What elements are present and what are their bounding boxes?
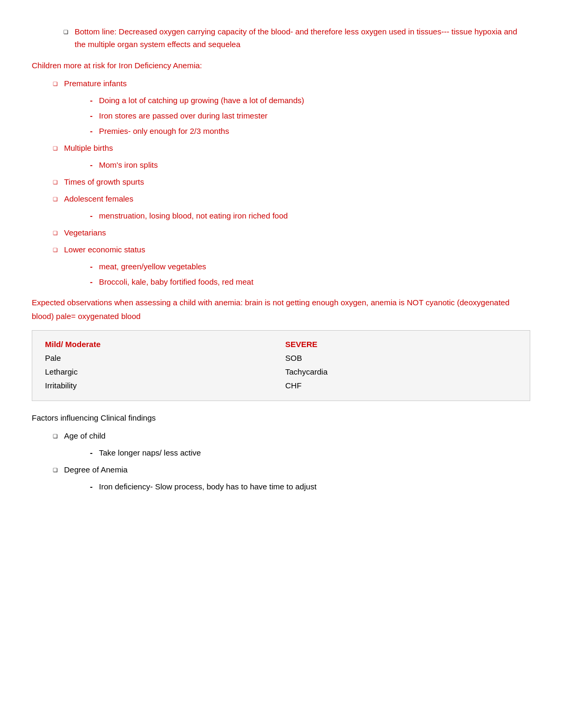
dash-icon: - (90, 110, 93, 122)
bullet-icon: ❑ (53, 80, 58, 88)
severe-items: SOBTachycardiaCHF (285, 352, 517, 392)
factors-list: ❑Age of child-Take longer naps/ less act… (32, 430, 530, 493)
dash-icon: - (90, 276, 93, 288)
risk-list: ❑Premature infants-Doing a lot of catchi… (32, 77, 530, 288)
risk-label: Premature infants (64, 77, 126, 90)
factors-heading: Factors influencing Clinical findings (32, 412, 530, 424)
top-bullet-icon: ❑ (64, 28, 68, 37)
factor-item: ❑Degree of Anemia (53, 463, 530, 476)
dash-icon: - (90, 94, 93, 107)
dash-icon: - (90, 260, 93, 273)
bullet-icon: ❑ (53, 466, 58, 475)
risk-sub-text: Iron stores are passed over during last … (99, 110, 267, 122)
bullet-icon: ❑ (53, 144, 58, 153)
risk-label: Lower economic status (64, 243, 145, 256)
bullet-icon: ❑ (53, 195, 58, 204)
risk-item: ❑Lower economic status (53, 243, 530, 256)
risk-item: ❑Vegetarians (53, 226, 530, 239)
risk-label: Vegetarians (64, 226, 106, 239)
top-bullet-item: ❑ Bottom line: Decreased oxygen carrying… (64, 25, 530, 51)
table-cell: Pale (45, 352, 277, 365)
dash-icon: - (90, 480, 93, 493)
dash-icon: - (90, 159, 93, 171)
factor-item: ❑Age of child (53, 430, 530, 442)
children-heading: Children more at risk for Iron Deficienc… (32, 59, 530, 72)
risk-item: ❑Adolescent females (53, 193, 530, 205)
risk-item: ❑Premature infants (53, 77, 530, 90)
factor-sub-text: Take longer naps/ less active (99, 447, 201, 459)
expected-obs-text: Expected observations when assessing a c… (32, 296, 530, 323)
factor-sub-item: -Iron deficiency- Slow process, body has… (90, 480, 530, 493)
mild-moderate-col: Mild/ Moderate PaleLethargicIrritability (41, 336, 281, 395)
dash-icon: - (90, 210, 93, 222)
risk-sub-item: -meat, green/yellow vegetables (90, 260, 530, 273)
risk-sub-text: Doing a lot of catching up growing (have… (99, 94, 304, 107)
comparison-table: Mild/ Moderate PaleLethargicIrritability… (32, 330, 530, 401)
bullet-icon: ❑ (53, 178, 58, 187)
risk-label: Multiple births (64, 142, 113, 154)
factor-label: Degree of Anemia (64, 463, 128, 476)
factor-sub-text: Iron deficiency- Slow process, body has … (99, 480, 316, 493)
risk-label: Adolescent females (64, 193, 133, 205)
risk-sub-item: -menstruation, losing blood, not eating … (90, 210, 530, 222)
risk-sub-item: -Doing a lot of catching up growing (hav… (90, 94, 530, 107)
risk-sub-item: -Iron stores are passed over during last… (90, 110, 530, 122)
bullet-icon: ❑ (53, 246, 58, 254)
top-bullet-text: Bottom line: Decreased oxygen carrying c… (75, 25, 530, 51)
table-cell: Lethargic (45, 366, 277, 378)
table-cell: Tachycardia (285, 366, 517, 378)
risk-sub-text: menstruation, losing blood, not eating i… (99, 210, 288, 222)
risk-item: ❑Multiple births (53, 142, 530, 154)
bullet-icon: ❑ (53, 432, 58, 441)
table-cell: SOB (285, 352, 517, 365)
mild-moderate-items: PaleLethargicIrritability (45, 352, 277, 392)
risk-sub-text: Premies- only enough for 2/3 months (99, 125, 229, 138)
dash-icon: - (90, 447, 93, 459)
table-cell: Irritability (45, 379, 277, 392)
risk-sub-item: -Broccoli, kale, baby fortified foods, r… (90, 276, 530, 288)
risk-sub-item: -Mom's iron splits (90, 159, 530, 171)
dash-icon: - (90, 125, 93, 138)
mild-moderate-header: Mild/ Moderate (45, 338, 277, 351)
risk-sub-text: Broccoli, kale, baby fortified foods, re… (99, 276, 253, 288)
bullet-icon: ❑ (53, 229, 58, 238)
risk-sub-item: -Premies- only enough for 2/3 months (90, 125, 530, 138)
risk-item: ❑Times of growth spurts (53, 176, 530, 188)
table-cell: CHF (285, 379, 517, 392)
severe-col: SEVERE SOBTachycardiaCHF (281, 336, 521, 395)
risk-label: Times of growth spurts (64, 176, 144, 188)
severe-header: SEVERE (285, 338, 517, 351)
factor-sub-item: -Take longer naps/ less active (90, 447, 530, 459)
risk-sub-text: Mom's iron splits (99, 159, 158, 171)
risk-sub-text: meat, green/yellow vegetables (99, 260, 206, 273)
factor-label: Age of child (64, 430, 105, 442)
